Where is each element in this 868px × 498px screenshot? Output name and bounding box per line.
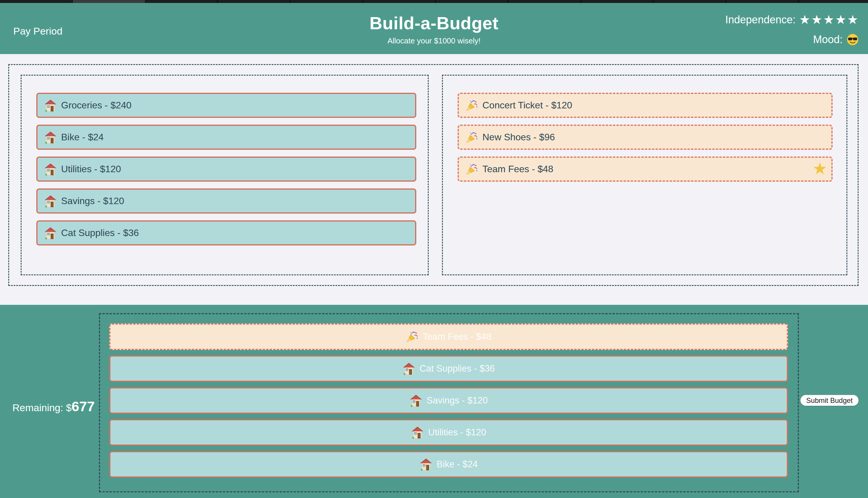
budget-dropzone[interactable]: Team Fees - $48Cat Supplies - $36Savings…: [99, 313, 799, 493]
budget-item-cat-supplies-36[interactable]: Cat Supplies - $36: [36, 220, 416, 246]
budget-item-new-shoes-96[interactable]: New Shoes - $96: [458, 124, 832, 150]
house-icon: [419, 458, 432, 471]
budget-item-label: Utilities - $120: [428, 427, 486, 438]
house-icon: [44, 99, 57, 112]
remaining-label: Remaining: $: [12, 402, 71, 414]
budget-item-label: Savings - $120: [427, 395, 488, 406]
budget-item-label: Utilities - $120: [61, 163, 121, 174]
budget-item-label: Savings - $120: [61, 196, 124, 207]
submit-budget-button[interactable]: Submit Budget: [800, 395, 858, 406]
budget-item-utilities-120[interactable]: Utilities - $120: [109, 419, 788, 446]
budget-item-bike-24[interactable]: Bike - $24: [109, 451, 788, 477]
party-popper-icon: [406, 330, 419, 343]
budget-item-concert-ticket-120[interactable]: Concert Ticket - $120: [458, 93, 832, 118]
budget-item-groceries-240[interactable]: Groceries - $240: [36, 93, 416, 118]
wants-panel[interactable]: Concert Ticket - $120New Shoes - $96Team…: [442, 75, 847, 275]
header: Pay Period Build-a-Budget Allocate your …: [0, 3, 868, 54]
budget-board: Groceries - $240Bike - $24Utilities - $1…: [8, 64, 858, 286]
independence-label: Independence:: [725, 14, 796, 26]
house-icon: [44, 163, 57, 176]
main-area: Groceries - $240Bike - $24Utilities - $1…: [0, 54, 868, 305]
party-popper-icon: [465, 163, 478, 176]
house-icon: [411, 426, 424, 439]
dropzone-items: Team Fees - $48Cat Supplies - $36Savings…: [100, 314, 798, 477]
budget-item-label: Groceries - $240: [61, 100, 131, 111]
status-block: Independence: ★★★★★ Mood:: [725, 13, 859, 46]
mood-label: Mood:: [813, 34, 843, 45]
budget-item-cat-supplies-36[interactable]: Cat Supplies - $36: [109, 355, 788, 382]
budget-item-savings-120[interactable]: Savings - $120: [36, 188, 416, 213]
budget-item-savings-120[interactable]: Savings - $120: [109, 387, 788, 414]
house-icon: [402, 362, 415, 375]
house-icon: [44, 195, 57, 208]
budget-item-label: Team Fees - $48: [482, 163, 553, 174]
budget-item-label: Cat Supplies - $36: [61, 227, 139, 238]
mood-row: Mood:: [725, 33, 859, 46]
star-icon: ★: [813, 160, 827, 177]
remaining-value: 677: [71, 398, 94, 415]
party-popper-icon: [465, 99, 478, 112]
browser-tab[interactable]: [72, 0, 145, 3]
budget-item-utilities-120[interactable]: Utilities - $120: [36, 157, 416, 182]
remaining-amount: Remaining: $677: [12, 398, 95, 415]
house-icon: [44, 131, 57, 144]
needs-panel[interactable]: Groceries - $240Bike - $24Utilities - $1…: [21, 75, 429, 275]
budget-item-label: Bike - $24: [61, 132, 104, 143]
independence-row: Independence: ★★★★★: [725, 13, 859, 27]
footer: Remaining: $677 Team Fees - $48Cat Suppl…: [0, 305, 868, 498]
budget-item-label: Cat Supplies - $36: [419, 363, 495, 374]
needs-panel-items: Groceries - $240Bike - $24Utilities - $1…: [22, 76, 428, 246]
house-icon: [410, 394, 423, 407]
budget-item-team-fees-48[interactable]: Team Fees - $48★: [458, 157, 832, 182]
sunglasses-emoji-icon: [846, 33, 859, 46]
party-popper-icon: [465, 131, 478, 144]
browser-tab-strip: [0, 0, 868, 3]
budget-item-label: New Shoes - $96: [482, 132, 555, 143]
budget-item-bike-24[interactable]: Bike - $24: [36, 124, 416, 150]
budget-item-label: Team Fees - $48: [423, 331, 492, 342]
budget-item-label: Bike - $24: [437, 459, 478, 470]
budget-item-label: Concert Ticket - $120: [482, 100, 572, 111]
independence-stars-icon: ★★★★★: [799, 13, 859, 27]
wants-panel-items: Concert Ticket - $120New Shoes - $96Team…: [443, 76, 846, 182]
budget-item-team-fees-48[interactable]: Team Fees - $48: [109, 324, 788, 350]
house-icon: [44, 226, 57, 239]
